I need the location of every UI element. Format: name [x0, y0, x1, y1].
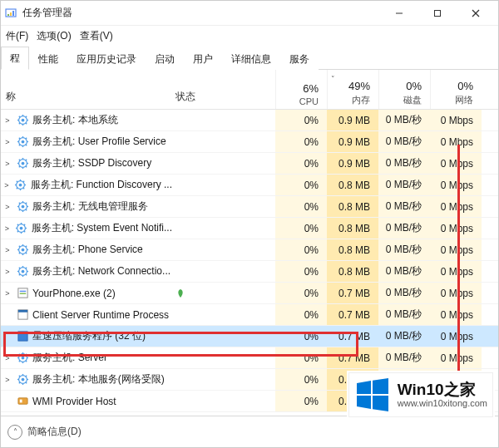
tab-processes[interactable]: 程	[1, 47, 29, 70]
expander-icon[interactable]: >	[2, 181, 11, 190]
table-row[interactable]: >服务主机: System Event Notifi...0%0.8 MB0 M…	[1, 218, 498, 239]
table-row[interactable]: >服务主机: Server0%0.7 MB0 MB/秒0 Mbps	[1, 347, 498, 369]
expander-icon[interactable]: >	[2, 268, 12, 276]
table-row[interactable]: >服务主机: Phone Service0%0.8 MB0 MB/秒0 Mbps	[1, 239, 498, 261]
tab-users[interactable]: 用户	[184, 47, 222, 70]
cell-disk: 0 MB/秒	[378, 261, 430, 282]
maximize-button[interactable]	[418, 1, 457, 26]
cell-disk: 0 MB/秒	[378, 283, 430, 303]
svg-point-29	[21, 162, 24, 165]
fewer-details-button[interactable]: 简略信息(D)	[27, 425, 82, 439]
svg-point-39	[19, 184, 22, 187]
cell-name: >YourPhone.exe (2)	[1, 287, 172, 300]
table-row[interactable]: >服务主机: Function Discovery ...0%0.8 MB0 M…	[1, 175, 498, 196]
watermark: Win10之家 www.win10xitong.com	[348, 372, 493, 417]
svg-line-15	[25, 123, 26, 124]
col-disk-header[interactable]: 0% 磁盘	[378, 70, 430, 109]
cell-mem: 0.8 MB	[327, 239, 378, 260]
minimize-button[interactable]	[380, 1, 418, 26]
cell-net: 0 Mbps	[430, 131, 482, 152]
expander-icon[interactable]: >	[2, 203, 12, 211]
svg-line-37	[25, 160, 26, 160]
col-net-header[interactable]: 0% 网络	[430, 70, 482, 109]
svg-line-66	[17, 231, 18, 232]
table-row[interactable]: >服务主机: Network Connectio...0%0.8 MB0 MB/…	[1, 261, 498, 283]
table-row[interactable]: Client Server Runtime Process0%0.7 MB0 M…	[1, 304, 498, 326]
expander-icon[interactable]: >	[2, 246, 12, 254]
cell-cpu: 0%	[275, 283, 327, 303]
gear-icon	[16, 265, 29, 278]
menu-options[interactable]: 选项(O)	[33, 27, 74, 45]
process-name: YourPhone.exe (2)	[32, 288, 116, 299]
svg-line-56	[18, 209, 19, 210]
col-mem-header[interactable]: ˅ 49% 内存	[327, 70, 378, 109]
table-row[interactable]: >服务主机: SSDP Discovery0%0.9 MB0 MB/秒0 Mbp…	[1, 153, 498, 175]
svg-line-65	[24, 231, 25, 232]
svg-line-112	[18, 382, 19, 383]
svg-rect-90	[19, 293, 26, 294]
cell-disk: 0 MB/秒	[378, 239, 430, 260]
expander-icon[interactable]: >	[2, 160, 12, 168]
expander-icon[interactable]: >	[2, 354, 12, 362]
tab-performance[interactable]: 性能	[29, 47, 67, 70]
sort-caret-icon: ˅	[331, 75, 335, 83]
svg-line-45	[23, 188, 24, 189]
cell-name: >服务主机: Network Connectio...	[1, 264, 172, 278]
col-name-header[interactable]: 称	[1, 70, 172, 109]
process-name: 星速压缩服务程序 (32 位)	[32, 329, 146, 343]
cell-disk: 0 MB/秒	[378, 304, 430, 325]
svg-rect-93	[17, 332, 27, 341]
cell-mem: 0.7 MB	[327, 347, 378, 368]
cell-net: 0 Mbps	[430, 326, 482, 347]
svg-line-87	[25, 268, 26, 268]
svg-line-26	[18, 145, 19, 145]
svg-line-110	[18, 376, 19, 377]
tab-services[interactable]: 服务	[280, 47, 319, 70]
gear-icon	[16, 200, 29, 214]
cell-disk: 0 MB/秒	[378, 175, 430, 195]
tab-app-history[interactable]: 应用历史记录	[67, 47, 146, 70]
table-row[interactable]: >服务主机: 本地系统0%0.9 MB0 MB/秒0 Mbps	[1, 110, 498, 131]
svg-point-69	[21, 249, 24, 252]
svg-line-17	[25, 116, 26, 117]
table-row[interactable]: >服务主机: User Profile Service0%0.9 MB0 MB/…	[1, 131, 498, 153]
svg-line-46	[17, 188, 17, 189]
tab-details[interactable]: 详细信息	[222, 47, 280, 70]
gear-icon	[16, 114, 29, 127]
menu-file[interactable]: 件(F)	[2, 27, 32, 45]
menu-view[interactable]: 查看(V)	[77, 27, 116, 45]
watermark-url: www.win10xitong.com	[398, 398, 487, 408]
cell-disk: 0 MB/秒	[378, 131, 430, 152]
cell-net: 0 Mbps	[430, 153, 482, 174]
cell-disk: 0 MB/秒	[378, 326, 430, 347]
cell-mem: 0.8 MB	[327, 175, 378, 195]
cell-disk: 0 MB/秒	[378, 110, 430, 130]
cell-cpu: 0%	[275, 326, 327, 347]
fewer-details-icon[interactable]: ˄	[7, 425, 22, 440]
svg-line-64	[17, 224, 18, 225]
expander-icon[interactable]: >	[2, 116, 12, 125]
cell-net: 0 Mbps	[430, 218, 482, 239]
leaf-icon	[175, 288, 185, 298]
tab-startup[interactable]: 启动	[146, 47, 184, 70]
process-name: 服务主机: System Event Notifi...	[32, 221, 172, 235]
svg-line-14	[18, 116, 19, 117]
col-cpu-header[interactable]: 6% CPU	[275, 70, 327, 109]
app2-icon	[16, 308, 29, 322]
expander-icon[interactable]: >	[2, 138, 12, 146]
table-row[interactable]: >服务主机: 无线电管理服务0%0.8 MB0 MB/秒0 Mbps	[1, 196, 498, 218]
expander-icon[interactable]: >	[2, 376, 12, 384]
svg-line-84	[18, 268, 19, 268]
app-icon	[16, 287, 29, 300]
cell-net: 0 Mbps	[430, 347, 482, 368]
svg-point-59	[20, 227, 23, 230]
expander-icon[interactable]: >	[2, 289, 12, 298]
table-row[interactable]: 星速压缩服务程序 (32 位)0%0.7 MB0 MB/秒0 Mbps	[1, 326, 498, 347]
expander-icon[interactable]: >	[2, 224, 12, 233]
svg-line-102	[18, 361, 19, 362]
svg-line-36	[18, 166, 19, 167]
col-status-header[interactable]: 状态	[172, 70, 275, 109]
close-button[interactable]	[457, 1, 495, 26]
table-row[interactable]: >YourPhone.exe (2)0%0.7 MB0 MB/秒0 Mbps	[1, 283, 498, 304]
cell-disk: 0 MB/秒	[378, 218, 430, 239]
